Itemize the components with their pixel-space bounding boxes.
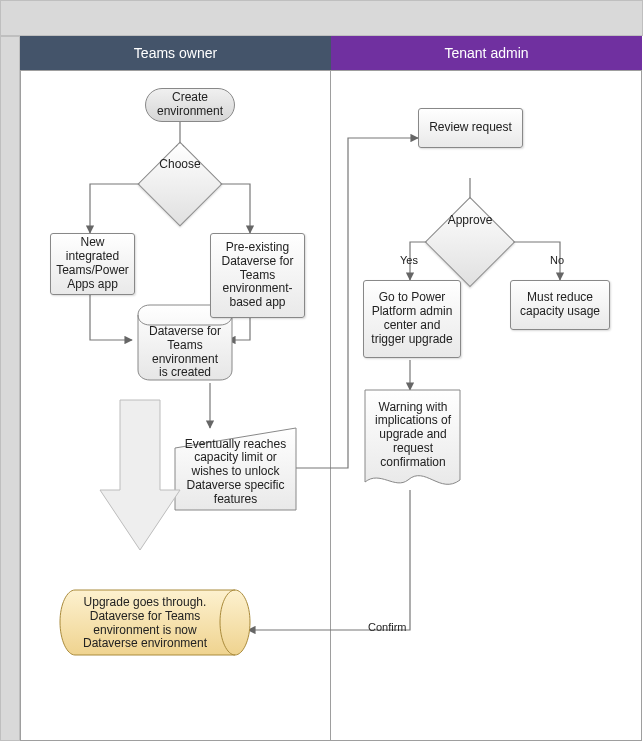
- node-choose: Choose: [150, 154, 210, 214]
- node-create-environment: Create environment: [145, 88, 235, 122]
- node-upgrade-done-label: Upgrade goes through. Dataverse for Team…: [76, 596, 214, 651]
- edge-label-no: No: [550, 254, 564, 266]
- node-capacity-label: Eventually reaches capacity limit or wis…: [184, 438, 287, 507]
- edge-label-yes: Yes: [400, 254, 418, 266]
- big-arrow-icon: [100, 400, 180, 550]
- node-review-request-label: Review request: [429, 121, 512, 135]
- node-review-request: Review request: [418, 108, 523, 148]
- swimlane-top-margin: [0, 0, 643, 36]
- lane-teams-owner-title: Teams owner: [134, 45, 217, 61]
- node-goto-admin: Go to Power Platform admin center and tr…: [363, 280, 461, 358]
- lane-teams-owner-header: Teams owner: [20, 36, 331, 70]
- node-dv-created-label: Dataverse for Teams environment is creat…: [146, 325, 224, 380]
- lane-tenant-admin-title: Tenant admin: [444, 45, 528, 61]
- node-preexisting-label: Pre-existing Dataverse for Teams environ…: [217, 241, 298, 310]
- node-dv-created: Dataverse for Teams environment is creat…: [140, 325, 230, 380]
- node-new-integrated-label: New integrated Teams/Power Apps app: [56, 236, 129, 291]
- lane-tenant-admin-header: Tenant admin: [331, 36, 642, 70]
- edge-confirm: [248, 490, 410, 630]
- node-warning: Warning with implications of upgrade and…: [368, 395, 458, 475]
- node-approve: Approve: [438, 210, 502, 274]
- node-capacity: Eventually reaches capacity limit or wis…: [178, 436, 293, 508]
- node-goto-admin-label: Go to Power Platform admin center and tr…: [370, 291, 454, 346]
- edge-label-confirm: Confirm: [368, 621, 407, 633]
- swimlane-left-margin: [0, 36, 20, 741]
- node-new-integrated: New integrated Teams/Power Apps app: [50, 233, 135, 295]
- node-upgrade-done: Upgrade goes through. Dataverse for Team…: [70, 596, 220, 651]
- node-choose-label: Choose: [156, 158, 204, 172]
- node-warning-label: Warning with implications of upgrade and…: [374, 401, 452, 470]
- edge-choose-to-preexisting: [210, 184, 250, 233]
- node-reduce-capacity-label: Must reduce capacity usage: [517, 291, 603, 319]
- node-reduce-capacity: Must reduce capacity usage: [510, 280, 610, 330]
- node-preexisting: Pre-existing Dataverse for Teams environ…: [210, 233, 305, 318]
- node-approve-label: Approve: [444, 214, 496, 228]
- edge-choose-to-new: [90, 184, 150, 233]
- edge-new-to-dv: [90, 295, 132, 340]
- node-create-environment-label: Create environment: [152, 91, 228, 119]
